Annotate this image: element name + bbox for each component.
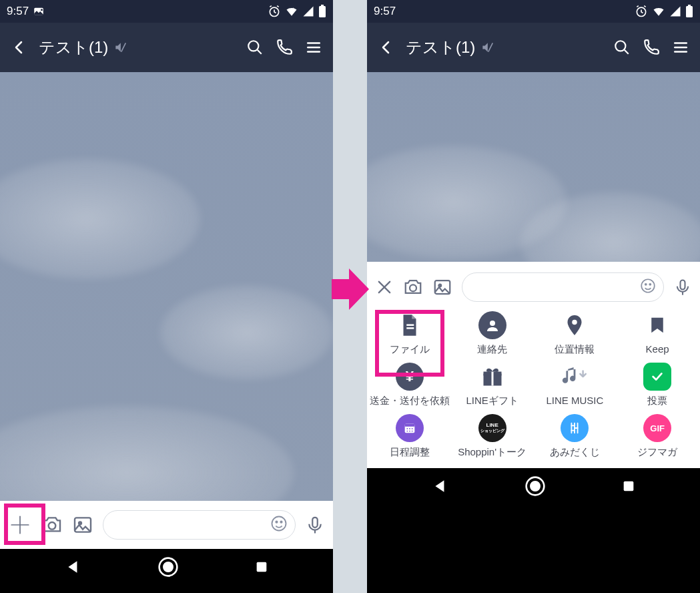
message-input[interactable] [462,272,664,302]
camera-button[interactable] [41,514,63,536]
nav-recent-button[interactable] [621,479,636,496]
call-button[interactable] [641,39,661,56]
status-bar: 9:57 [367,0,700,23]
attach-music[interactable]: LINE MUSIC [534,363,617,407]
svg-line-27 [488,43,493,51]
gallery-button[interactable] [72,514,93,536]
left-screenshot: 9:57 テスト(1) [0,0,333,593]
contact-icon [478,311,506,339]
svg-rect-51 [405,424,415,427]
attach-plus-button[interactable] [8,513,32,537]
chat-title: テスト(1) [39,37,108,58]
location-icon [561,311,589,339]
svg-point-39 [645,284,647,285]
arrow-icon [332,266,370,315]
attach-poll[interactable]: 投票 [616,363,699,407]
close-attach-button[interactable] [375,278,394,296]
chat-body[interactable] [367,72,700,262]
svg-point-55 [409,428,410,429]
svg-rect-23 [256,562,266,572]
svg-rect-41 [681,280,685,290]
poll-icon [643,363,671,391]
alarm-icon [635,5,648,18]
attach-music-label: LINE MUSIC [546,395,603,406]
gift-icon [478,363,506,391]
android-nav-bar [0,549,333,588]
attach-location-label: 位置情報 [555,343,595,356]
menu-button[interactable] [304,39,324,56]
status-time: 9:57 [7,5,29,18]
svg-point-35 [410,284,416,291]
attach-gifmag-label: ジフマガ [637,446,677,459]
attach-keep-label: Keep [646,343,669,355]
voice-button[interactable] [305,515,325,535]
emoji-button[interactable] [639,277,657,297]
svg-point-54 [406,428,408,429]
shopping-icon: LINEショッピング [478,414,506,442]
search-button[interactable] [245,39,265,56]
chat-header: テスト(1) [367,23,700,72]
attach-file-label: ファイル [390,343,430,356]
calendar-icon [396,414,424,442]
nav-back-button[interactable] [432,477,449,498]
svg-line-7 [258,50,262,54]
emoji-button[interactable] [270,514,288,536]
svg-rect-4 [321,5,324,6]
svg-line-5 [121,43,126,51]
attach-gifmag[interactable]: GIF ジフマガ [616,414,699,459]
alarm-icon [268,5,281,18]
attach-transfer[interactable]: ¥ 送金・送付を依頼 [368,363,451,407]
attach-schedule[interactable]: 日程調整 [368,414,451,459]
nav-home-button[interactable] [157,556,179,580]
svg-point-45 [490,321,495,326]
svg-point-18 [280,522,282,523]
chat-title: テスト(1) [406,37,475,58]
nav-recent-button[interactable] [254,560,269,577]
input-bar [0,501,333,549]
svg-rect-19 [312,518,318,528]
nav-home-button[interactable] [524,475,546,500]
attach-location[interactable]: 位置情報 [534,311,617,356]
attach-file[interactable]: ファイル [368,311,451,356]
back-button[interactable] [376,39,396,55]
message-input[interactable] [103,510,296,540]
attach-contact[interactable]: 連絡先 [451,311,534,356]
svg-point-17 [276,522,277,523]
search-button[interactable] [612,39,632,56]
chat-body[interactable] [0,72,333,501]
camera-button[interactable] [403,277,423,297]
signal-icon [302,5,314,17]
back-button[interactable] [9,39,29,55]
svg-line-29 [625,50,629,54]
attachment-panel: ファイル 連絡先 位置情報 Keep ¥ 送金・送付を依頼 LINEギフト [367,262,700,468]
android-nav-bar [367,468,700,507]
gallery-button[interactable] [432,277,452,297]
attach-gift-label: LINEギフト [466,395,518,407]
mute-icon [113,41,127,54]
nav-back-button[interactable] [65,558,82,578]
attach-shoppin[interactable]: LINEショッピング Shoppin'トーク [451,414,534,459]
attach-ladder[interactable]: あみだくじ [534,414,617,459]
svg-point-1 [41,9,43,11]
svg-rect-43 [406,324,414,326]
svg-point-22 [163,562,172,571]
attach-keep[interactable]: Keep [616,311,699,356]
svg-rect-25 [686,6,693,17]
menu-button[interactable] [671,39,691,56]
attach-ladder-label: あみだくじ [550,446,600,459]
svg-rect-44 [406,327,414,329]
svg-point-59 [412,431,413,432]
voice-button[interactable] [673,278,692,296]
mute-icon [480,41,494,54]
wifi-icon [652,5,665,18]
signal-icon [669,5,681,17]
attach-poll-label: 投票 [647,395,667,407]
svg-point-57 [406,431,408,432]
svg-rect-3 [319,6,326,17]
attach-shoppin-label: Shoppin'トーク [458,446,527,459]
call-button[interactable] [274,39,294,56]
attach-gift[interactable]: LINEギフト [451,363,534,407]
svg-point-38 [641,279,655,292]
gif-icon: GIF [643,414,671,442]
status-bar: 9:57 [0,0,333,23]
